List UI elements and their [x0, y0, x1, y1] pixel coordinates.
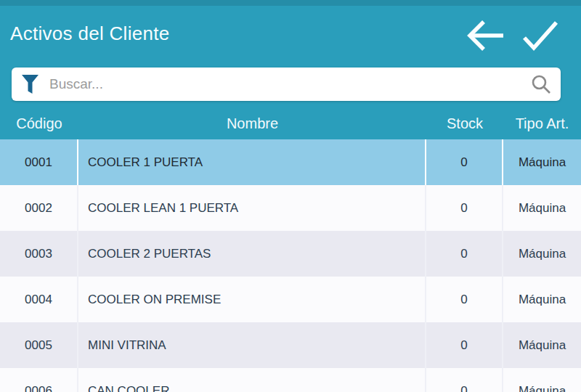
check-icon: [519, 44, 561, 54]
cell-tipo: Máquina: [503, 231, 581, 277]
cell-nombre: CAN COOLER: [78, 368, 426, 392]
cell-tipo: Máquina: [503, 368, 581, 392]
cell-tipo: Máquina: [503, 185, 581, 231]
cell-nombre: MINI VITRINA: [78, 322, 426, 368]
search-icon[interactable]: [531, 74, 551, 94]
filter-icon[interactable]: [21, 74, 39, 94]
cell-codigo: 0002: [0, 185, 78, 231]
table-row[interactable]: 0005 MINI VITRINA 0 Máquina: [0, 322, 581, 368]
cell-stock: 0: [426, 231, 503, 277]
column-header-nombre: Nombre: [78, 115, 426, 132]
confirm-button[interactable]: [519, 19, 561, 52]
cell-stock: 0: [426, 139, 503, 185]
table-row[interactable]: 0003 COOLER 2 PUERTAS 0 Máquina: [0, 231, 581, 277]
cell-nombre: COOLER LEAN 1 PUERTA: [78, 185, 426, 231]
table-header: Código Nombre Stock Tipo Art.: [0, 107, 581, 139]
column-header-stock: Stock: [426, 115, 503, 132]
page-title: Activos del Cliente: [10, 23, 170, 45]
app-bar: Activos del Cliente: [0, 0, 581, 139]
cell-codigo: 0006: [0, 368, 78, 392]
cell-tipo: Máquina: [503, 139, 581, 185]
cell-stock: 0: [426, 277, 503, 322]
table-row[interactable]: 0001 COOLER 1 PUERTA 0 Máquina: [0, 139, 581, 185]
assets-table: 0001 COOLER 1 PUERTA 0 Máquina 0002 COOL…: [0, 139, 581, 392]
table-row[interactable]: 0004 COOLER ON PREMISE 0 Máquina: [0, 277, 581, 322]
search-input[interactable]: [49, 76, 525, 92]
cell-stock: 0: [426, 185, 503, 231]
cell-nombre: COOLER ON PREMISE: [78, 277, 426, 322]
cell-tipo: Máquina: [503, 277, 581, 322]
back-button[interactable]: [464, 17, 506, 54]
table-row[interactable]: 0006 CAN COOLER 0 Máquina: [0, 368, 581, 392]
cell-codigo: 0005: [0, 322, 78, 368]
cell-stock: 0: [426, 322, 503, 368]
cell-codigo: 0003: [0, 231, 78, 277]
column-header-codigo: Código: [0, 115, 78, 132]
cell-codigo: 0004: [0, 277, 78, 322]
column-header-tipo: Tipo Art.: [503, 115, 581, 132]
back-arrow-icon: [464, 45, 506, 56]
cell-stock: 0: [426, 368, 503, 392]
cell-tipo: Máquina: [503, 322, 581, 368]
search-bar: [12, 68, 561, 101]
status-bar: [0, 0, 581, 6]
cell-nombre: COOLER 2 PUERTAS: [78, 231, 426, 277]
cell-nombre: COOLER 1 PUERTA: [78, 139, 426, 185]
table-row[interactable]: 0002 COOLER LEAN 1 PUERTA 0 Máquina: [0, 185, 581, 231]
cell-codigo: 0001: [0, 139, 78, 185]
